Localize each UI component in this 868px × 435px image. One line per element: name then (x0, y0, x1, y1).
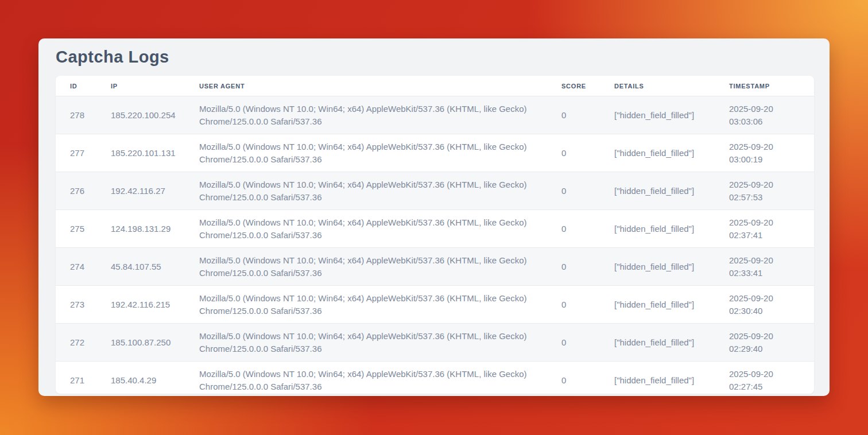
cell-user-agent: Mozilla/5.0 (Windows NT 10.0; Win64; x64… (185, 324, 547, 362)
cell-id: 272 (56, 324, 96, 362)
cell-id: 277 (56, 134, 96, 172)
column-header-ip: IP (96, 76, 185, 96)
cell-user-agent: Mozilla/5.0 (Windows NT 10.0; Win64; x64… (185, 362, 547, 394)
cell-timestamp: 2025-09-20 02:57:53 (715, 172, 814, 210)
cell-id: 278 (56, 96, 96, 134)
column-header-score: SCORE (547, 76, 600, 96)
table-row: 274 45.84.107.55 Mozilla/5.0 (Windows NT… (56, 248, 814, 286)
column-header-details: DETAILS (600, 76, 715, 96)
cell-details: ["hidden_field_filled"] (600, 248, 715, 286)
table-body: 278 185.220.100.254 Mozilla/5.0 (Windows… (56, 96, 814, 394)
cell-details: ["hidden_field_filled"] (600, 134, 715, 172)
cell-user-agent: Mozilla/5.0 (Windows NT 10.0; Win64; x64… (185, 248, 547, 286)
cell-ip: 185.100.87.250 (96, 324, 185, 362)
table-row: 275 124.198.131.29 Mozilla/5.0 (Windows … (56, 210, 814, 248)
cell-details: ["hidden_field_filled"] (600, 286, 715, 324)
cell-ip: 192.42.116.215 (96, 286, 185, 324)
cell-user-agent: Mozilla/5.0 (Windows NT 10.0; Win64; x64… (185, 96, 547, 134)
cell-timestamp: 2025-09-20 02:33:41 (715, 248, 814, 286)
cell-score: 0 (547, 134, 600, 172)
cell-ip: 45.84.107.55 (96, 248, 185, 286)
cell-score: 0 (547, 172, 600, 210)
cell-ip: 192.42.116.27 (96, 172, 185, 210)
cell-score: 0 (547, 324, 600, 362)
cell-details: ["hidden_field_filled"] (600, 324, 715, 362)
table-row: 273 192.42.116.215 Mozilla/5.0 (Windows … (56, 286, 814, 324)
cell-user-agent: Mozilla/5.0 (Windows NT 10.0; Win64; x64… (185, 286, 547, 324)
cell-id: 275 (56, 210, 96, 248)
captcha-logs-table: ID IP USER AGENT SCORE DETAILS TIMESTAMP… (56, 76, 814, 394)
cell-ip: 185.220.101.131 (96, 134, 185, 172)
cell-id: 274 (56, 248, 96, 286)
table-row: 272 185.100.87.250 Mozilla/5.0 (Windows … (56, 324, 814, 362)
cell-ip: 185.40.4.29 (96, 362, 185, 394)
cell-details: ["hidden_field_filled"] (600, 210, 715, 248)
column-header-id: ID (56, 76, 96, 96)
cell-user-agent: Mozilla/5.0 (Windows NT 10.0; Win64; x64… (185, 210, 547, 248)
captcha-logs-panel: Captcha Logs ID IP USER AGENT SCORE DETA… (38, 38, 830, 396)
page-title: Captcha Logs (38, 38, 830, 67)
cell-score: 0 (547, 286, 600, 324)
cell-timestamp: 2025-09-20 02:37:41 (715, 210, 814, 248)
table-row: 271 185.40.4.29 Mozilla/5.0 (Windows NT … (56, 362, 814, 394)
captcha-logs-table-card: ID IP USER AGENT SCORE DETAILS TIMESTAMP… (56, 76, 814, 394)
header-row: ID IP USER AGENT SCORE DETAILS TIMESTAMP (56, 76, 814, 96)
cell-id: 271 (56, 362, 96, 394)
cell-score: 0 (547, 248, 600, 286)
cell-details: ["hidden_field_filled"] (600, 172, 715, 210)
table-row: 276 192.42.116.27 Mozilla/5.0 (Windows N… (56, 172, 814, 210)
table-row: 278 185.220.100.254 Mozilla/5.0 (Windows… (56, 96, 814, 134)
table-row: 277 185.220.101.131 Mozilla/5.0 (Windows… (56, 134, 814, 172)
cell-user-agent: Mozilla/5.0 (Windows NT 10.0; Win64; x64… (185, 172, 547, 210)
cell-id: 276 (56, 172, 96, 210)
cell-timestamp: 2025-09-20 03:03:06 (715, 96, 814, 134)
table-header: ID IP USER AGENT SCORE DETAILS TIMESTAMP (56, 76, 814, 96)
cell-user-agent: Mozilla/5.0 (Windows NT 10.0; Win64; x64… (185, 134, 547, 172)
cell-timestamp: 2025-09-20 03:00:19 (715, 134, 814, 172)
cell-timestamp: 2025-09-20 02:30:40 (715, 286, 814, 324)
cell-id: 273 (56, 286, 96, 324)
cell-timestamp: 2025-09-20 02:27:45 (715, 362, 814, 394)
cell-timestamp: 2025-09-20 02:29:40 (715, 324, 814, 362)
cell-ip: 124.198.131.29 (96, 210, 185, 248)
cell-score: 0 (547, 210, 600, 248)
column-header-timestamp: TIMESTAMP (715, 76, 814, 96)
cell-score: 0 (547, 96, 600, 134)
cell-ip: 185.220.100.254 (96, 96, 185, 134)
cell-score: 0 (547, 362, 600, 394)
cell-details: ["hidden_field_filled"] (600, 362, 715, 394)
cell-details: ["hidden_field_filled"] (600, 96, 715, 134)
column-header-user-agent: USER AGENT (185, 76, 547, 96)
